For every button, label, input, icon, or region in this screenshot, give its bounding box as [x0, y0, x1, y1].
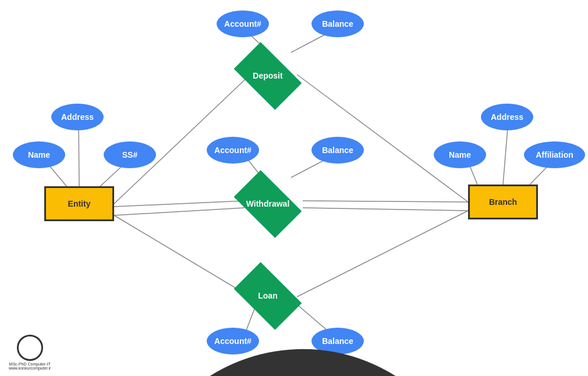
loan-account-node: Account#	[207, 328, 259, 354]
loan-account-label: Account#	[214, 336, 252, 346]
entity-node: Entity	[44, 186, 114, 221]
branch-node: Branch	[468, 185, 538, 219]
deposit-node: Deposit	[233, 52, 303, 99]
branch-address-label: Address	[491, 112, 523, 122]
withdrawal-account-label: Account#	[214, 146, 252, 155]
entity-name-node: Name	[13, 141, 65, 168]
logo: MSc-PhD Computer-ITwww.konkurcomputer.ir	[9, 335, 51, 370]
withdrawal-balance-node: Balance	[311, 137, 364, 164]
svg-line-13	[297, 211, 468, 297]
entity-address-label: Address	[61, 112, 94, 122]
withdrawal-account-node: Account#	[207, 137, 259, 164]
branch-name-label: Name	[449, 150, 471, 159]
deposit-balance-label: Balance	[322, 19, 353, 29]
entity-label: Entity	[68, 199, 91, 208]
branch-label: Branch	[489, 197, 517, 207]
deposit-account-node: Account#	[217, 10, 269, 37]
withdrawal-node: Withdrawal	[233, 180, 303, 227]
entity-ss-label: SS#	[122, 150, 137, 159]
deposit-account-label: Account#	[224, 19, 261, 29]
branch-name-node: Name	[434, 141, 486, 168]
svg-line-6	[114, 201, 245, 207]
branch-address-node: Address	[481, 104, 533, 130]
entity-address-node: Address	[51, 104, 104, 130]
loan-balance-node: Balance	[311, 328, 364, 354]
loan-balance-label: Balance	[322, 336, 353, 346]
svg-line-14	[79, 121, 79, 186]
svg-point-21	[231, 364, 375, 376]
logo-icon	[17, 335, 43, 361]
deposit-balance-node: Balance	[311, 10, 364, 37]
entity-name-label: Name	[28, 150, 50, 159]
loan-node: Loan	[233, 272, 303, 319]
logo-text: MSc-PhD Computer-ITwww.konkurcomputer.ir	[9, 362, 51, 370]
svg-line-8	[303, 201, 468, 202]
entity-ss-node: SS#	[104, 141, 156, 168]
svg-line-17	[503, 121, 508, 185]
branch-affiliation-label: Affiliation	[536, 150, 573, 159]
svg-line-12	[114, 215, 250, 297]
withdrawal-balance-label: Balance	[322, 146, 353, 155]
svg-line-7	[114, 208, 245, 215]
svg-line-9	[303, 208, 468, 211]
svg-point-20	[144, 364, 462, 376]
branch-affiliation-node: Affiliation	[524, 141, 585, 168]
svg-line-3	[297, 75, 468, 202]
